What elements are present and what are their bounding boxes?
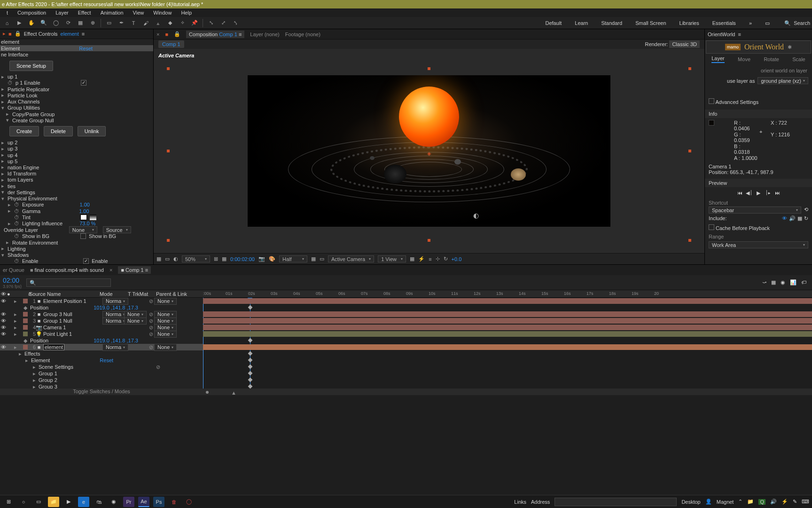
delete-button[interactable]: Delete — [44, 126, 73, 136]
particle-replicator[interactable]: ▸Particle Replicator — [0, 86, 153, 92]
include-audio-icon[interactable]: 🔊 — [789, 215, 796, 222]
ec-effect-row[interactable]: Element Reset — [0, 45, 153, 51]
tab-render-queue[interactable]: er Queue — [3, 267, 24, 273]
color-swatch[interactable] — [23, 332, 28, 336]
mask-icon[interactable]: ◐ — [173, 256, 178, 262]
keyframe-icon[interactable] — [248, 338, 253, 343]
tray-q-icon[interactable]: Q — [758, 499, 765, 505]
tray-sound-icon[interactable]: 🔊 — [770, 499, 777, 505]
parent-dropdown[interactable]: None — [154, 318, 177, 325]
effect-sub-row[interactable]: ▸Group 2 — [0, 377, 203, 383]
tint-swatch[interactable] — [80, 214, 87, 220]
camera-view-dropdown[interactable]: Active Camera — [328, 255, 374, 262]
toggle-switches[interactable]: Toggle Switches / Modes — [0, 389, 203, 395]
parent-dropdown[interactable]: None — [154, 311, 177, 318]
puppet-tool-icon[interactable]: 📌 — [190, 19, 199, 27]
ws-essentials[interactable]: Essentials — [712, 20, 736, 26]
mode-dropdown[interactable]: Norma — [102, 298, 128, 305]
next-frame-icon[interactable]: ⏐▶ — [765, 190, 771, 196]
unified-camera-icon[interactable]: ▦ — [76, 19, 85, 27]
gear-icon[interactable]: ✱ — [788, 44, 792, 50]
ws-standard[interactable]: Standard — [601, 20, 622, 26]
panel-menu-icon[interactable]: ≡ — [82, 31, 85, 37]
rect-tool-icon[interactable]: ▭ — [105, 19, 113, 27]
tab-footage[interactable]: Footage (none) — [285, 32, 320, 37]
ws-default[interactable]: Default — [545, 20, 562, 26]
shadows-enable-checkbox[interactable] — [83, 258, 89, 264]
zoom-dropdown[interactable]: 50% — [182, 255, 210, 262]
tray-up-icon[interactable]: ⌃ — [738, 499, 742, 505]
resolution-dropdown[interactable]: Half — [279, 255, 307, 262]
trkmat-dropdown[interactable]: None — [124, 311, 147, 318]
play-icon[interactable]: ▶ — [755, 190, 762, 196]
pickwhip-icon[interactable]: ⊘ — [148, 311, 154, 318]
lighting-row[interactable]: ▸Lighting — [0, 246, 153, 252]
col-parent[interactable]: Parent & Link — [156, 291, 195, 297]
keyframe-nav-icon[interactable]: ◆ — [23, 305, 27, 311]
prev-frame-icon[interactable]: ◀⏐ — [746, 190, 752, 196]
close-x-icon[interactable]: × — [109, 267, 112, 273]
shy-icon[interactable]: ⤻ — [762, 279, 766, 286]
selection-handle[interactable] — [428, 239, 430, 242]
shadows-row[interactable]: ▾Shadows — [0, 252, 153, 258]
tag-icon[interactable]: 🏷 — [801, 279, 806, 286]
transparency-icon[interactable]: ▦ — [311, 256, 316, 262]
color-swatch[interactable] — [23, 325, 28, 330]
ec-layer[interactable]: element — [61, 31, 79, 37]
magnet-label[interactable]: Magnet — [717, 499, 734, 505]
eye-icon[interactable]: 👁 — [1, 311, 6, 317]
menu-view[interactable]: View — [128, 8, 149, 17]
pickwhip-icon[interactable]: ⊘ — [148, 344, 154, 350]
adv-checkbox[interactable] — [709, 98, 714, 104]
graph-icon[interactable]: 📊 — [790, 279, 796, 286]
eraser-tool-icon[interactable]: ◆ — [166, 19, 174, 27]
reset-link[interactable]: Reset — [79, 46, 93, 51]
col-source[interactable]: Source Name — [29, 291, 100, 297]
motion-blur-icon[interactable]: ◉ — [781, 279, 785, 286]
ws-sync-icon[interactable]: ▭ — [765, 20, 770, 26]
layer-row[interactable]: 👁▸4📷Camera 1⊘None — [0, 324, 203, 331]
menu-effect[interactable]: Effect — [73, 8, 96, 17]
ow-tab-rotate[interactable]: Rotate — [764, 56, 779, 62]
search-box[interactable]: 🔍 Search — [784, 17, 810, 29]
explorer-icon[interactable]: 📁 — [48, 497, 59, 507]
show-bg-checkbox[interactable] — [80, 233, 86, 239]
nav-start-handle[interactable] — [206, 391, 209, 394]
source-dropdown[interactable]: Source — [103, 226, 131, 233]
layer-bar[interactable] — [203, 318, 812, 324]
color-swatch[interactable] — [23, 318, 28, 323]
prop-value[interactable]: 1019.0 ,141.8 ,17.3 — [94, 338, 138, 343]
render-settings[interactable]: ▾der Settings — [0, 189, 153, 195]
pickwhip-icon[interactable]: ⊘ — [148, 331, 154, 337]
orient-world-tab[interactable]: OrientWorld — [708, 32, 735, 37]
menu-file[interactable]: t — [2, 8, 13, 17]
enable-checkbox[interactable] — [81, 80, 86, 86]
create-group-null[interactable]: ▾Create Group Null — [0, 117, 153, 123]
region-icon[interactable]: ▭ — [320, 256, 324, 262]
mode-dropdown[interactable]: Norma — [102, 344, 128, 351]
address-input[interactable] — [554, 498, 677, 506]
lock-col-icon[interactable]: ● — [7, 291, 10, 297]
custom-layers[interactable]: ▸tom Layers — [0, 177, 153, 183]
include-overlay-icon[interactable]: ▦ — [797, 215, 802, 222]
keyframe-icon[interactable] — [248, 351, 253, 356]
tab-final[interactable]: ■ final composit.mp4 with sound — [30, 267, 104, 273]
cortana-icon[interactable]: ○ — [18, 497, 29, 507]
local-axis-icon[interactable]: ⤡ — [207, 19, 215, 27]
keyframe-icon[interactable] — [248, 365, 253, 369]
ws-libraries[interactable]: Libraries — [679, 20, 699, 26]
menu-window[interactable]: Window — [148, 8, 176, 17]
store-icon[interactable]: 🛍 — [93, 497, 104, 507]
animation-engine[interactable]: ▸nation Engine — [0, 164, 153, 170]
selection-handle[interactable] — [688, 150, 691, 152]
parent-dropdown[interactable]: None — [154, 298, 177, 305]
reset-link[interactable]: Reset — [100, 357, 113, 363]
clone-tool-icon[interactable]: ⟁ — [154, 19, 162, 27]
fast-preview-icon[interactable]: ⚡ — [418, 256, 425, 262]
layer-bar[interactable] — [203, 311, 812, 317]
pickwhip-icon[interactable]: ⊘ — [148, 325, 154, 331]
include-video-icon[interactable]: 👁 — [782, 215, 787, 222]
last-frame-icon[interactable]: ⏭ — [774, 190, 781, 196]
selection-handle[interactable] — [688, 239, 691, 242]
override-layer[interactable]: Override LayerNoneSource — [0, 227, 153, 233]
